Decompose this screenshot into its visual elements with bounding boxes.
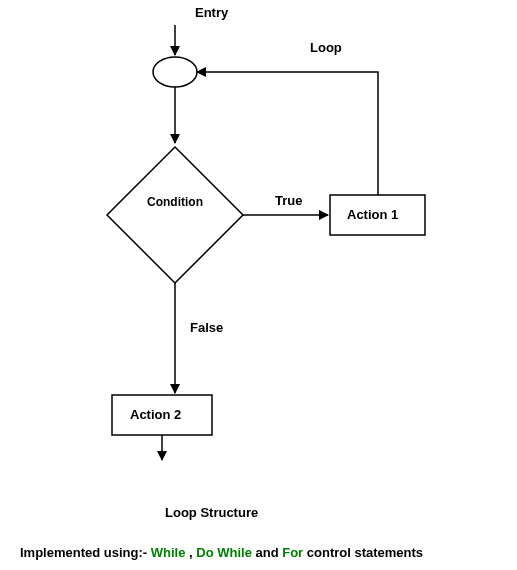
flowchart-canvas: Entry Loop Condition True False Action 1… <box>0 0 517 570</box>
action2-label: Action 2 <box>130 407 181 422</box>
loop-label: Loop <box>310 40 342 55</box>
flowchart-svg <box>0 0 517 510</box>
footer-text: Implemented using:- While , Do While and… <box>20 545 423 560</box>
action1-label: Action 1 <box>347 207 398 222</box>
false-label: False <box>190 320 223 335</box>
footer-sep2: and <box>252 545 282 560</box>
footer-dowhile: Do While <box>196 545 252 560</box>
condition-node <box>107 147 243 283</box>
footer-for: For <box>282 545 303 560</box>
entry-label: Entry <box>195 5 228 20</box>
edge-loop <box>197 72 378 195</box>
condition-label: Condition <box>147 195 203 209</box>
footer-while: While <box>151 545 186 560</box>
connector-node <box>153 57 197 87</box>
footer-sep1: , <box>185 545 196 560</box>
caption: Loop Structure <box>165 505 258 520</box>
footer-suffix: control statements <box>303 545 423 560</box>
true-label: True <box>275 193 302 208</box>
footer-prefix: Implemented using:- <box>20 545 151 560</box>
